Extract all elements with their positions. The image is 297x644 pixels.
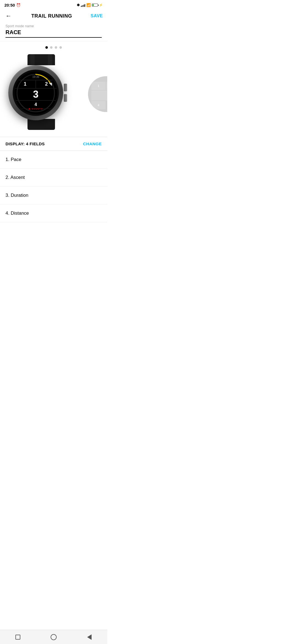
- save-button[interactable]: SAVE: [91, 13, 103, 18]
- status-bar: 20:50 ⏰ ✱ 📶 ⚡: [0, 0, 107, 9]
- display-section: DISPLAY: 4 FIELDS CHANGE: [0, 137, 107, 151]
- page-dot-1[interactable]: [45, 46, 48, 49]
- sport-mode-section: Sport mode name RACE: [0, 24, 107, 41]
- watch-brand: SUUNTO: [15, 108, 57, 110]
- signal-bar-1: [81, 6, 82, 7]
- suunto-triangle: [28, 108, 31, 110]
- page-dot-4[interactable]: [59, 46, 62, 49]
- bluetooth-icon: ✱: [77, 3, 80, 7]
- battery-fill: [92, 4, 94, 6]
- watch-face: 19:36 1 2 3 4 SUUNTO: [15, 72, 57, 114]
- battery-container: [92, 4, 98, 7]
- field-item-3[interactable]: 3. Duration: [0, 187, 107, 204]
- battery-icon: [92, 4, 98, 7]
- brand-name: SUUNTO: [32, 108, 43, 110]
- status-time: 20:50: [4, 3, 15, 7]
- status-right: ✱ 📶 ⚡: [77, 3, 103, 7]
- display-label: DISPLAY: 4 FIELDS: [6, 141, 45, 146]
- watch-field-4: 4: [15, 100, 57, 109]
- header: ← TRAIL RUNNING SAVE: [0, 9, 107, 24]
- watch-field-3: 3: [15, 88, 57, 100]
- signal-bar-2: [82, 5, 83, 7]
- signal-bars: [81, 4, 86, 7]
- signal-bar-4: [84, 4, 85, 7]
- watch-field-1: 1: [15, 80, 36, 88]
- page-title: TRAIL RUNNING: [31, 13, 72, 19]
- ghost-field-4: 4: [91, 101, 106, 109]
- back-button[interactable]: ←: [4, 11, 13, 21]
- watch-inner: 19:36 1 2 3 4 SUUNTO: [13, 70, 59, 116]
- status-left: 20:50 ⏰: [4, 3, 21, 7]
- ghost-field-1: 1: [91, 82, 106, 90]
- watch-grid: 1 2 3 4: [15, 80, 57, 109]
- ghost-field-2: 2: [106, 82, 107, 90]
- field-item-2[interactable]: 2. Ascent: [0, 169, 107, 187]
- watch-ghost-preview: 1 2 4: [88, 76, 107, 112]
- watch-outer: 19:36 1 2 3 4 SUUNTO: [8, 65, 63, 120]
- watch-container: 19:36 1 2 3 4 SUUNTO: [0, 51, 107, 137]
- watch-time: 19:36: [15, 75, 57, 78]
- ghost-grid: 1 2 4: [88, 76, 107, 112]
- page-dots: [0, 41, 107, 51]
- side-button-2: [64, 94, 67, 102]
- page-dot-2[interactable]: [50, 46, 53, 49]
- field-item-4[interactable]: 4. Distance: [0, 204, 107, 222]
- watch-main: 19:36 1 2 3 4 SUUNTO: [8, 54, 74, 131]
- watch-field-2: 2: [36, 80, 57, 88]
- fields-list: 1. Pace 2. Ascent 3. Duration 4. Distanc…: [0, 151, 107, 222]
- alarm-icon: ⏰: [16, 3, 21, 7]
- side-buttons: [64, 84, 67, 102]
- ghost-field-3: [91, 91, 107, 100]
- page-dot-3[interactable]: [55, 46, 57, 49]
- sport-mode-label: Sport mode name: [6, 24, 102, 28]
- field-item-1[interactable]: 1. Pace: [0, 151, 107, 169]
- change-button[interactable]: CHANGE: [83, 141, 102, 146]
- wifi-icon: 📶: [86, 3, 91, 7]
- side-button-1: [64, 84, 67, 91]
- sport-mode-input[interactable]: RACE: [6, 29, 102, 38]
- watch-band-top: [28, 54, 55, 65]
- watch-band-bottom: [28, 119, 55, 130]
- lightning-icon: ⚡: [99, 3, 103, 7]
- signal-bar-3: [83, 5, 84, 7]
